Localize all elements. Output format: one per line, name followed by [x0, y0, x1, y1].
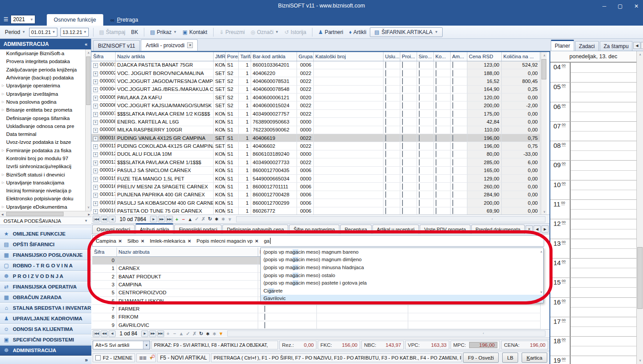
scroll-up-icon[interactable] — [87, 50, 90, 56]
scroll-up-icon[interactable] — [540, 249, 542, 255]
checkbox[interactable] — [385, 208, 386, 214]
minimize-button[interactable]: ─ — [602, 3, 606, 9]
time-slot[interactable] — [571, 239, 636, 249]
checkbox[interactable] — [452, 111, 453, 117]
clear-filter-icon[interactable] — [149, 355, 154, 361]
osvezi-button[interactable]: F9 - Osveži — [463, 353, 499, 363]
column-header-cena-rsd[interactable]: Cena RSD — [467, 52, 501, 61]
tree-item-elektronsko-potpisivanje-doku[interactable]: Elektronsko potpisivanje doku — [0, 195, 86, 203]
tree-item-konfigurisanje-biznisoft-a[interactable]: Konfigurisanje BizniSoft-a — [0, 49, 86, 57]
time-slot[interactable] — [571, 102, 636, 112]
checkbox[interactable] — [436, 127, 436, 133]
table-row[interactable]: +000006VOC.JOGURT KAJSIJA/MANGO/SUMSK CS… — [91, 101, 540, 109]
checkbox[interactable] — [452, 151, 453, 157]
delete-button[interactable]: − — [172, 330, 177, 337]
expand-row-icon[interactable]: + — [93, 71, 98, 76]
checkbox[interactable] — [385, 200, 386, 206]
checkbox[interactable] — [402, 191, 403, 198]
table-row[interactable]: +000019PASTETA OD TUNE 75 GR CARNEXKOMS1… — [91, 207, 540, 215]
checkbox[interactable] — [452, 159, 453, 165]
table-row[interactable]: +000010PUDING VANILA 4X125 GR CAMPINASET… — [91, 134, 540, 142]
sidebar-section-omiljene-funkcije[interactable]: ★OMILJENE FUNKCIJE — [0, 229, 91, 239]
checkbox[interactable] — [436, 159, 436, 165]
time-slot[interactable] — [571, 356, 636, 364]
time-slot[interactable] — [571, 259, 636, 268]
izmene-toggle[interactable]: F2 - IZMENE — [93, 353, 135, 362]
prev-button[interactable]: ◀ — [109, 216, 116, 222]
checkbox[interactable] — [436, 135, 436, 141]
tree-item-upravljanje-transakcijama[interactable]: ▷Upravljanje transakcijama — [0, 179, 86, 187]
table-row[interactable]: +000016PRELIV MESNI ZA SPAGETE CARNEXKOM… — [91, 183, 540, 191]
time-slot[interactable] — [571, 210, 636, 219]
checkbox[interactable] — [385, 159, 386, 165]
sidebar-section-robno-t-r-g-o-v-i-n-a[interactable]: ▢ROBNO - T R G O V I N A — [0, 260, 91, 271]
checkbox[interactable] — [385, 111, 386, 117]
tree-item-biznisoft-statusi-i-dnevnici[interactable]: ▷BizniSoft statusi i dnevnici — [0, 170, 86, 178]
checkbox[interactable] — [436, 167, 436, 173]
time-slot[interactable] — [571, 151, 636, 160]
date-from-input[interactable]: 01.01.21▼ — [29, 28, 57, 37]
bookmark-button[interactable]: ∗ — [214, 216, 219, 222]
dropdown-scrollbar[interactable] — [538, 248, 543, 303]
table-row[interactable]: +000001DJACKA PASTETA BANAT 75GRKOMS1186… — [91, 61, 540, 69]
checkbox[interactable] — [452, 127, 453, 133]
table-row[interactable]: +000013$$$SLATKA PAVLAKA CREM 1/1$$$KOMS… — [91, 158, 540, 166]
checkbox[interactable] — [419, 70, 420, 76]
confirm-button[interactable]: ✓ — [185, 330, 191, 337]
scrollbar-thumb[interactable] — [86, 56, 90, 105]
checkbox[interactable] — [402, 135, 403, 141]
expand-row-icon[interactable]: + — [93, 185, 98, 190]
next-button[interactable]: ▶ — [141, 330, 148, 337]
checkbox[interactable] — [436, 119, 436, 125]
table-row[interactable]: +000003VOC.JOGURT JAGODA/TRESNJA CAMPINA… — [91, 77, 540, 85]
checkbox[interactable] — [402, 167, 403, 173]
checkbox[interactable] — [402, 70, 403, 76]
sidebar-section-op-ti-ifarnici[interactable]: ▤OPŠTI ŠIFARNICI — [0, 239, 91, 250]
sidebar-section-odnosi-sa-klijentima[interactable]: ☺ODNOSI SA KLIJENTIMA — [0, 324, 91, 334]
expand-row-icon[interactable]: + — [93, 79, 98, 84]
grid-vertical-scrollbar[interactable] — [541, 52, 547, 215]
table-row[interactable]: +000014PASULJ SA SNICLOM CARNEXKOMS11860… — [91, 166, 540, 174]
checkbox[interactable] — [419, 127, 420, 133]
close-tab-icon[interactable]: ✕ — [187, 42, 193, 48]
tree-item-definisanje-opsega-ifarnika[interactable]: Definisanje opsega šifarnika — [0, 114, 86, 122]
table-row[interactable]: +000004VOC.JOGURT JAG./BRES./MARAKUJA CA… — [91, 85, 540, 93]
sidebar-section-finansijsko-poslovanje[interactable]: ▦FINANSIJSKO POSLOVANJE — [0, 250, 91, 260]
ostala-podesavanja-select[interactable]: OSTALA PODEŠAVANJA ▼ — [0, 217, 91, 225]
time-slot[interactable] — [571, 308, 636, 317]
bookmark-button[interactable]: ∗ — [205, 330, 211, 337]
planner-tab-planer[interactable]: Planer — [551, 40, 574, 51]
checkbox[interactable] — [402, 127, 403, 133]
checkbox[interactable] — [436, 151, 436, 157]
expand-row-icon[interactable]: + — [93, 112, 98, 117]
column-header-grupa[interactable]: Grupa — [297, 52, 313, 61]
checkbox[interactable] — [385, 70, 386, 76]
checkbox[interactable] — [402, 159, 403, 165]
bookmark-go-button[interactable]: ∗ — [220, 216, 226, 222]
prev-fast-button[interactable]: ◀◀ — [101, 330, 108, 337]
add-button[interactable]: + — [165, 330, 171, 337]
checkbox[interactable] — [385, 176, 386, 182]
time-slot[interactable] — [571, 337, 636, 346]
table-row[interactable]: +000015FUZE TEA MANGO 1,5L PETKOMS115449… — [91, 174, 540, 182]
dropdown-item[interactable]: (popis vp magacin meso) magnum dimljeno — [261, 256, 543, 264]
checkbox[interactable] — [402, 119, 403, 125]
checkbox[interactable] — [452, 200, 453, 206]
checkbox[interactable] — [385, 78, 386, 84]
splitter-grip[interactable] — [0, 225, 91, 229]
attribute-row[interactable]: 9GAVRILOVIC — [92, 321, 540, 329]
expand-row-icon[interactable]: + — [93, 144, 98, 149]
time-slot[interactable] — [571, 63, 636, 73]
column-header-siro[interactable]: Siro... — [417, 52, 433, 61]
scroll-down-icon[interactable] — [639, 358, 641, 363]
tree-item-zaklju-avanje-perioda-knji-enja[interactable]: Zaključavanje perioda knjiženja — [0, 66, 86, 74]
checkbox[interactable] — [436, 94, 436, 101]
sidebar-section-stalna-sredstva-i-inventar[interactable]: ⌂STALNA SREDSTVA I INVENTAR — [0, 303, 91, 313]
column-header-bar-kod-artikla[interactable]: Bar-kod artikla — [251, 52, 297, 61]
table-row[interactable]: +000007$$$SLATKA PAVLAKA CREM 1/2 KG$$$K… — [91, 109, 540, 117]
checkbox[interactable] — [436, 70, 436, 76]
checkbox[interactable] — [419, 191, 420, 198]
checkbox[interactable] — [419, 167, 420, 173]
scroll-down-icon[interactable] — [540, 289, 542, 295]
checkbox[interactable] — [436, 102, 436, 109]
